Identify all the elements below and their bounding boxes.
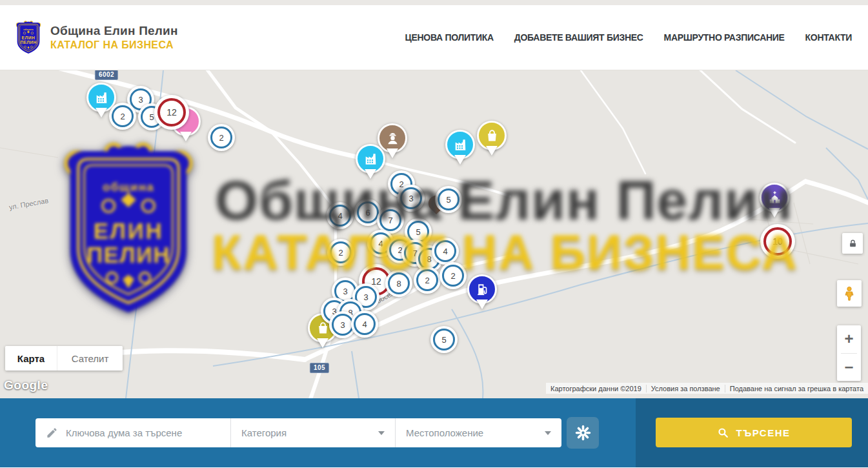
fuel-pin[interactable] [467,274,497,309]
map-canvas[interactable]: 325122235467524278412822333834510 община… [0,70,868,398]
factory-pin[interactable] [445,130,475,165]
cluster-count: 3 [409,194,413,203]
cluster-count: 5 [441,335,446,345]
cluster-count: 5 [416,227,420,237]
cluster-count: 4 [338,211,342,221]
keyword-input[interactable] [66,427,220,438]
cluster-marker[interactable]: 4 [327,202,354,229]
cluster-count: 5 [149,112,154,122]
chevron-down-icon [545,431,551,435]
cluster-count: 3 [363,292,368,302]
chevron-down-icon [378,431,385,435]
location-dropdown[interactable]: Местоположение [395,418,561,447]
cluster-count: 2 [338,248,343,258]
map-attribution: Картографски данни ©2019 Условия за полз… [546,383,868,394]
cluster-count: 4 [378,239,383,249]
cluster-marker[interactable]: 3 [398,185,425,212]
cluster-marker[interactable]: 2 [439,262,467,289]
top-strip [0,0,868,5]
cluster-marker[interactable]: 2 [208,124,235,151]
shopping-bag-pin[interactable] [477,121,507,156]
cluster-marker[interactable]: 2 [327,239,354,266]
gear-icon [574,424,592,442]
brand[interactable]: община ЕЛИН ПЕЛИН Община Елин Пелин КАТА… [0,19,178,56]
nav-add-your-business[interactable]: ДОБАВЕТЕ ВАШИЯТ БИЗНЕС [514,32,643,43]
site-title: Община Елин Пелин [50,24,178,38]
map-type-map-button[interactable]: Карта [5,346,57,371]
zoom-in-button[interactable]: + [837,325,861,353]
attribution-copyright: Картографски данни ©2019 [546,385,646,392]
cluster-count: 2 [450,271,455,281]
cluster-marker[interactable]: 10 [760,224,795,259]
cluster-count: 8 [396,279,401,289]
search-icon [717,427,729,439]
cluster-count: 10 [772,236,783,247]
cluster-count: 4 [443,247,447,256]
svg-text:община: община [23,28,34,30]
cluster-marker[interactable]: 5 [430,326,458,353]
search-fields: Категория Местоположение [35,418,561,447]
cluster-count: 8 [427,254,431,264]
attribution-report-link[interactable]: Подаване на сигнал за грешка в картата [725,385,868,392]
cluster-marker[interactable]: 5 [435,186,462,213]
lock-button[interactable] [842,233,863,254]
location-dropdown-label: Местоположение [406,427,483,438]
svg-text:ПЕЛИН: ПЕЛИН [21,40,37,45]
cluster-count: 5 [446,195,450,205]
factory-pin[interactable] [356,144,385,179]
cluster-marker[interactable]: 2 [109,103,136,130]
cluster-count: 4 [362,320,367,329]
google-logo[interactable]: Google [4,378,48,392]
category-dropdown[interactable]: Категория [230,418,395,447]
zoom-control: + − [837,325,861,381]
header: община ЕЛИН ПЕЛИН Община Елин Пелин КАТА… [0,5,868,70]
cluster-marker[interactable]: 4 [351,310,378,338]
search-button[interactable]: ТЪРСЕНЕ [656,418,852,447]
page: община ЕЛИН ПЕЛИН Община Елин Пелин КАТА… [0,0,868,468]
attribution-terms-link[interactable]: Условия за ползване [646,385,725,392]
map-type-control: Карта Сателит [5,346,123,371]
cluster-count: 12 [167,107,177,117]
church-pin[interactable] [760,183,789,218]
svg-text:ЕЛИН: ЕЛИН [22,36,35,40]
cluster-count: 3 [138,95,143,105]
nav-contacts[interactable]: КОНТАКТИ [805,32,852,43]
cluster-marker[interactable]: 4 [432,238,459,265]
keyword-field[interactable] [35,418,230,447]
search-button-label: ТЪРСЕНЕ [736,427,790,438]
nav-route-schedule[interactable]: МАРШРУТНО РАЗПИСАНИЕ [664,32,785,43]
municipality-emblem-logo: община ЕЛИН ПЕЛИН [14,19,43,56]
cluster-count: 3 [340,320,345,330]
advanced-settings-button[interactable] [567,417,599,449]
zoom-out-button[interactable]: − [837,354,861,382]
cluster-count: 3 [343,287,347,296]
nav-pricing-policy[interactable]: ЦЕНОВА ПОЛИТИКА [405,32,494,43]
cluster-marker[interactable]: 8 [385,270,412,297]
lock-icon [848,239,858,249]
cluster-marker[interactable]: 12 [154,95,189,130]
category-dropdown-label: Категория [241,427,287,438]
cluster-count: 2 [120,112,125,121]
site-subtitle: КАТАЛОГ НА БИЗНЕСА [50,39,178,51]
cluster-count: 7 [388,216,392,225]
marker-layer: 325122235467524278412822333834510 [0,70,868,398]
cluster-count: 2 [219,133,223,143]
cluster-marker[interactable]: 2 [414,267,441,294]
cluster-count: 6 [365,208,370,218]
pegman-button[interactable] [837,280,862,307]
map-type-satellite-button[interactable]: Сателит [57,346,123,371]
cluster-count: 2 [425,276,429,285]
main-nav: ЦЕНОВА ПОЛИТИКА ДОБАВЕТЕ ВАШИЯТ БИЗНЕС М… [405,32,868,43]
pencil-icon [46,427,58,439]
search-bar: Категория Местоположение [0,398,868,467]
pegman-icon [842,286,857,301]
